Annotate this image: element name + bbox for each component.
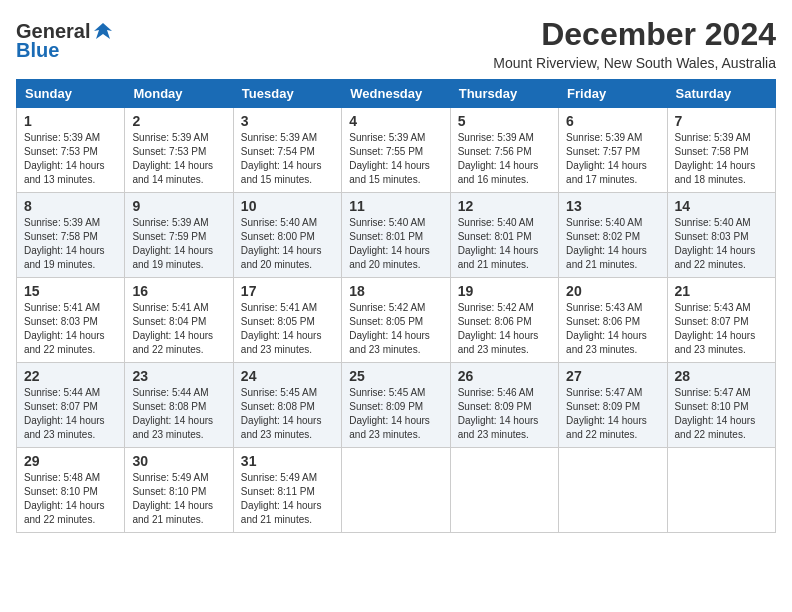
header: General Blue December 2024 Mount Rivervi…: [16, 16, 776, 71]
day-info: Sunrise: 5:44 AMSunset: 8:08 PMDaylight:…: [132, 386, 225, 442]
day-info: Sunrise: 5:47 AMSunset: 8:10 PMDaylight:…: [675, 386, 768, 442]
day-number: 12: [458, 198, 551, 214]
calendar-day-cell: 25Sunrise: 5:45 AMSunset: 8:09 PMDayligh…: [342, 363, 450, 448]
calendar-day-cell: 30Sunrise: 5:49 AMSunset: 8:10 PMDayligh…: [125, 448, 233, 533]
day-info: Sunrise: 5:39 AMSunset: 7:58 PMDaylight:…: [24, 216, 117, 272]
calendar-day-cell: 20Sunrise: 5:43 AMSunset: 8:06 PMDayligh…: [559, 278, 667, 363]
day-info: Sunrise: 5:49 AMSunset: 8:10 PMDaylight:…: [132, 471, 225, 527]
day-info: Sunrise: 5:40 AMSunset: 8:00 PMDaylight:…: [241, 216, 334, 272]
page-container: General Blue December 2024 Mount Rivervi…: [16, 16, 776, 533]
col-tuesday: Tuesday: [233, 80, 341, 108]
calendar-week-5: 29Sunrise: 5:48 AMSunset: 8:10 PMDayligh…: [17, 448, 776, 533]
day-number: 21: [675, 283, 768, 299]
title-area: December 2024 Mount Riverview, New South…: [493, 16, 776, 71]
day-info: Sunrise: 5:45 AMSunset: 8:08 PMDaylight:…: [241, 386, 334, 442]
day-number: 6: [566, 113, 659, 129]
calendar-day-cell: 27Sunrise: 5:47 AMSunset: 8:09 PMDayligh…: [559, 363, 667, 448]
day-info: Sunrise: 5:45 AMSunset: 8:09 PMDaylight:…: [349, 386, 442, 442]
day-number: 25: [349, 368, 442, 384]
calendar-day-cell: [342, 448, 450, 533]
calendar-day-cell: 17Sunrise: 5:41 AMSunset: 8:05 PMDayligh…: [233, 278, 341, 363]
day-info: Sunrise: 5:41 AMSunset: 8:05 PMDaylight:…: [241, 301, 334, 357]
month-title: December 2024: [493, 16, 776, 53]
calendar-day-cell: [450, 448, 558, 533]
calendar-day-cell: 7Sunrise: 5:39 AMSunset: 7:58 PMDaylight…: [667, 108, 775, 193]
calendar-day-cell: 4Sunrise: 5:39 AMSunset: 7:55 PMDaylight…: [342, 108, 450, 193]
day-number: 28: [675, 368, 768, 384]
day-info: Sunrise: 5:43 AMSunset: 8:07 PMDaylight:…: [675, 301, 768, 357]
day-number: 8: [24, 198, 117, 214]
day-number: 23: [132, 368, 225, 384]
calendar-day-cell: 3Sunrise: 5:39 AMSunset: 7:54 PMDaylight…: [233, 108, 341, 193]
calendar-week-4: 22Sunrise: 5:44 AMSunset: 8:07 PMDayligh…: [17, 363, 776, 448]
day-info: Sunrise: 5:39 AMSunset: 7:53 PMDaylight:…: [24, 131, 117, 187]
day-info: Sunrise: 5:39 AMSunset: 7:59 PMDaylight:…: [132, 216, 225, 272]
logo-bird-icon: [92, 21, 114, 43]
day-info: Sunrise: 5:42 AMSunset: 8:06 PMDaylight:…: [458, 301, 551, 357]
calendar-day-cell: 9Sunrise: 5:39 AMSunset: 7:59 PMDaylight…: [125, 193, 233, 278]
day-info: Sunrise: 5:39 AMSunset: 7:53 PMDaylight:…: [132, 131, 225, 187]
day-number: 24: [241, 368, 334, 384]
col-sunday: Sunday: [17, 80, 125, 108]
day-info: Sunrise: 5:40 AMSunset: 8:01 PMDaylight:…: [458, 216, 551, 272]
day-info: Sunrise: 5:39 AMSunset: 7:56 PMDaylight:…: [458, 131, 551, 187]
day-number: 10: [241, 198, 334, 214]
calendar-table: Sunday Monday Tuesday Wednesday Thursday…: [16, 79, 776, 533]
day-number: 17: [241, 283, 334, 299]
calendar-day-cell: [667, 448, 775, 533]
day-info: Sunrise: 5:43 AMSunset: 8:06 PMDaylight:…: [566, 301, 659, 357]
location-title: Mount Riverview, New South Wales, Austra…: [493, 55, 776, 71]
day-info: Sunrise: 5:40 AMSunset: 8:01 PMDaylight:…: [349, 216, 442, 272]
day-number: 11: [349, 198, 442, 214]
day-number: 29: [24, 453, 117, 469]
day-number: 13: [566, 198, 659, 214]
col-wednesday: Wednesday: [342, 80, 450, 108]
day-number: 30: [132, 453, 225, 469]
calendar-day-cell: 23Sunrise: 5:44 AMSunset: 8:08 PMDayligh…: [125, 363, 233, 448]
day-info: Sunrise: 5:48 AMSunset: 8:10 PMDaylight:…: [24, 471, 117, 527]
day-info: Sunrise: 5:44 AMSunset: 8:07 PMDaylight:…: [24, 386, 117, 442]
day-info: Sunrise: 5:41 AMSunset: 8:04 PMDaylight:…: [132, 301, 225, 357]
calendar-day-cell: 14Sunrise: 5:40 AMSunset: 8:03 PMDayligh…: [667, 193, 775, 278]
day-info: Sunrise: 5:39 AMSunset: 7:57 PMDaylight:…: [566, 131, 659, 187]
day-info: Sunrise: 5:49 AMSunset: 8:11 PMDaylight:…: [241, 471, 334, 527]
calendar-day-cell: 6Sunrise: 5:39 AMSunset: 7:57 PMDaylight…: [559, 108, 667, 193]
calendar-day-cell: 15Sunrise: 5:41 AMSunset: 8:03 PMDayligh…: [17, 278, 125, 363]
calendar-day-cell: 13Sunrise: 5:40 AMSunset: 8:02 PMDayligh…: [559, 193, 667, 278]
col-thursday: Thursday: [450, 80, 558, 108]
calendar-day-cell: 28Sunrise: 5:47 AMSunset: 8:10 PMDayligh…: [667, 363, 775, 448]
calendar-day-cell: [559, 448, 667, 533]
day-number: 16: [132, 283, 225, 299]
day-info: Sunrise: 5:47 AMSunset: 8:09 PMDaylight:…: [566, 386, 659, 442]
calendar-day-cell: 26Sunrise: 5:46 AMSunset: 8:09 PMDayligh…: [450, 363, 558, 448]
day-info: Sunrise: 5:39 AMSunset: 7:58 PMDaylight:…: [675, 131, 768, 187]
day-info: Sunrise: 5:40 AMSunset: 8:02 PMDaylight:…: [566, 216, 659, 272]
calendar-day-cell: 29Sunrise: 5:48 AMSunset: 8:10 PMDayligh…: [17, 448, 125, 533]
calendar-week-2: 8Sunrise: 5:39 AMSunset: 7:58 PMDaylight…: [17, 193, 776, 278]
day-number: 18: [349, 283, 442, 299]
day-number: 20: [566, 283, 659, 299]
calendar-day-cell: 31Sunrise: 5:49 AMSunset: 8:11 PMDayligh…: [233, 448, 341, 533]
logo-blue-text: Blue: [16, 39, 59, 62]
day-number: 5: [458, 113, 551, 129]
day-number: 4: [349, 113, 442, 129]
calendar-day-cell: 5Sunrise: 5:39 AMSunset: 7:56 PMDaylight…: [450, 108, 558, 193]
calendar-day-cell: 16Sunrise: 5:41 AMSunset: 8:04 PMDayligh…: [125, 278, 233, 363]
col-saturday: Saturday: [667, 80, 775, 108]
day-number: 1: [24, 113, 117, 129]
calendar-week-3: 15Sunrise: 5:41 AMSunset: 8:03 PMDayligh…: [17, 278, 776, 363]
calendar-day-cell: 11Sunrise: 5:40 AMSunset: 8:01 PMDayligh…: [342, 193, 450, 278]
day-number: 27: [566, 368, 659, 384]
calendar-day-cell: 18Sunrise: 5:42 AMSunset: 8:05 PMDayligh…: [342, 278, 450, 363]
day-info: Sunrise: 5:41 AMSunset: 8:03 PMDaylight:…: [24, 301, 117, 357]
calendar-day-cell: 10Sunrise: 5:40 AMSunset: 8:00 PMDayligh…: [233, 193, 341, 278]
day-info: Sunrise: 5:42 AMSunset: 8:05 PMDaylight:…: [349, 301, 442, 357]
calendar-header-row: Sunday Monday Tuesday Wednesday Thursday…: [17, 80, 776, 108]
day-info: Sunrise: 5:39 AMSunset: 7:54 PMDaylight:…: [241, 131, 334, 187]
svg-marker-0: [94, 23, 112, 39]
day-number: 26: [458, 368, 551, 384]
logo: General Blue: [16, 20, 114, 62]
calendar-day-cell: 22Sunrise: 5:44 AMSunset: 8:07 PMDayligh…: [17, 363, 125, 448]
calendar-day-cell: 1Sunrise: 5:39 AMSunset: 7:53 PMDaylight…: [17, 108, 125, 193]
day-number: 9: [132, 198, 225, 214]
